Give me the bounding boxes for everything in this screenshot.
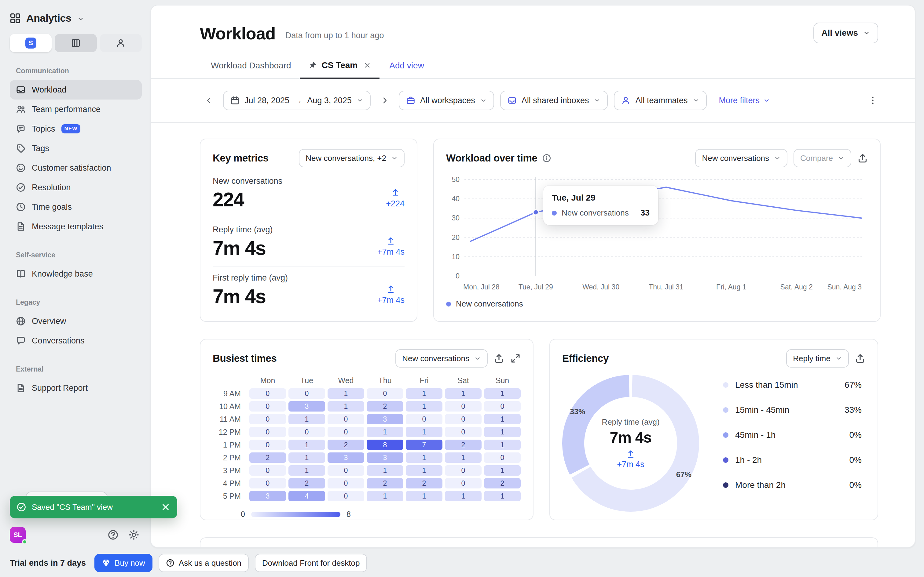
metric-new-conversations: New conversations224+224 — [213, 170, 405, 218]
sidebar-item-workload[interactable]: Workload — [10, 80, 142, 100]
shared-inboxes-filter-label: All shared inboxes — [522, 96, 589, 105]
download-desktop-label: Download Front for desktop — [262, 558, 360, 568]
expand-icon[interactable] — [510, 353, 521, 364]
analytics-grid-icon — [10, 13, 21, 24]
sidebar-item-support-report[interactable]: Support Report — [10, 378, 142, 398]
sidebar-item-overview[interactable]: Overview — [10, 311, 142, 331]
scope-company-button[interactable] — [55, 34, 97, 52]
heatmap-cell: 0 — [328, 414, 364, 424]
heatmap-cell: 2 — [288, 478, 325, 488]
scope-teammate-button[interactable] — [100, 34, 142, 52]
tab-cs-team[interactable]: CS Team — [300, 53, 380, 79]
export-icon[interactable] — [855, 353, 865, 364]
chevron-down-icon — [391, 155, 398, 161]
legend-dot — [723, 457, 729, 463]
heatmap-cell: 0 — [367, 388, 403, 399]
heatmap-cell: 1 — [484, 465, 521, 475]
chevron-down-icon — [357, 97, 363, 104]
heatmap-cell: 8 — [367, 440, 403, 450]
heatmap-day-header: Sat — [445, 375, 481, 386]
more-filters-link[interactable]: More filters — [719, 96, 770, 105]
svg-text:67%: 67% — [676, 470, 691, 479]
online-status-dot — [22, 539, 27, 545]
heatmap-cell: 0 — [288, 388, 325, 399]
date-prev-button[interactable] — [201, 92, 217, 108]
trial-countdown: Trial ends in 7 days — [10, 558, 86, 568]
heatmap-cell: 0 — [445, 401, 481, 411]
teammates-filter-label: All teammates — [635, 96, 688, 105]
info-icon[interactable] — [542, 153, 551, 163]
chart-metric-selector[interactable]: New conversations — [695, 149, 787, 167]
heatmap-cell: 0 — [249, 388, 286, 399]
add-view-link[interactable]: Add view — [389, 53, 424, 78]
kebab-icon — [868, 95, 877, 105]
file-icon — [16, 383, 26, 393]
sidebar-item-time-goals[interactable]: Time goals — [10, 197, 142, 217]
sidebar-item-label: Message templates — [32, 222, 103, 231]
legend-percentage: 33% — [845, 405, 862, 415]
key-metrics-selector[interactable]: New conversations, +2 — [299, 149, 405, 167]
sidebar-item-tags[interactable]: Tags — [10, 139, 142, 158]
sidebar-item-customer-satisfaction[interactable]: Customer satisfaction — [10, 158, 142, 178]
arrow-up-icon — [386, 236, 396, 245]
sidebar-item-label: Resolution — [32, 183, 71, 192]
svg-text:50: 50 — [452, 176, 460, 184]
toast-close-button[interactable] — [161, 502, 171, 512]
new-badge: NEW — [61, 124, 81, 134]
sidebar-item-message-templates[interactable]: Message templates — [10, 217, 142, 236]
donut-chart[interactable]: 67%33% — [559, 371, 703, 515]
settings-button[interactable] — [128, 529, 139, 540]
workspaces-filter[interactable]: All workspaces — [399, 91, 494, 110]
date-next-button[interactable] — [377, 92, 393, 108]
export-icon[interactable] — [494, 353, 504, 364]
sidebar-item-resolution[interactable]: Resolution — [10, 178, 142, 197]
tab-close-button[interactable] — [363, 62, 371, 69]
heatmap-cell: 1 — [484, 440, 521, 450]
compare-selector[interactable]: Compare — [793, 149, 851, 167]
heatmap-metric-selector[interactable]: New conversations — [396, 349, 488, 367]
heatmap-cell: 1 — [328, 401, 364, 411]
sidebar-item-team-performance[interactable]: Team performance — [10, 100, 142, 119]
line-chart[interactable]: 01020304050Mon, Jul 28Tue, Jul 29Wed, Ju… — [446, 172, 868, 297]
svg-text:Fri, Aug 1: Fri, Aug 1 — [716, 283, 746, 291]
chevron-down-icon — [480, 97, 487, 104]
sidebar-item-topics[interactable]: TopicsNEW — [10, 119, 142, 139]
heatmap-cell: 0 — [484, 453, 521, 463]
legend-percentage: 0% — [850, 455, 862, 465]
svg-text:Thu, Jul 31: Thu, Jul 31 — [649, 283, 683, 291]
all-views-button[interactable]: All views — [813, 23, 878, 44]
efficiency-metric-selector[interactable]: Reply time — [786, 349, 849, 367]
heatmap-cell: 1 — [328, 388, 364, 399]
sidebar-item-knowledge-base[interactable]: Knowledge base — [10, 264, 142, 284]
sidebar-item-label: Tags — [32, 144, 49, 153]
avatar[interactable]: SL — [10, 527, 26, 543]
busiest-times-heatmap[interactable]: MonTueWedThuFriSatSun9 AM001011110 AM031… — [213, 375, 521, 501]
help-button[interactable] — [108, 529, 119, 540]
teammates-filter[interactable]: All teammates — [614, 91, 706, 110]
workspace-switcher[interactable]: Analytics — [10, 12, 142, 24]
heatmap-cell: 1 — [484, 388, 521, 399]
sidebar-item-conversations[interactable]: Conversations — [10, 331, 142, 350]
buy-now-button[interactable]: Buy now — [94, 554, 152, 572]
date-range-picker[interactable]: Jul 28, 2025 → Aug 3, 2025 — [223, 91, 371, 110]
shared-inboxes-filter[interactable]: All shared inboxes — [500, 91, 608, 110]
heatmap-cell: 1 — [406, 465, 443, 475]
sidebar-item-label: Overview — [32, 317, 66, 326]
legend-dot — [723, 432, 729, 438]
metric-label: Reply time (avg) — [213, 225, 273, 234]
ask-question-button[interactable]: Ask us a question — [158, 554, 249, 572]
tab-workload-dashboard[interactable]: Workload Dashboard — [202, 53, 300, 78]
scope-workspace-button[interactable]: S — [10, 34, 52, 52]
metric-value: 7m 4s — [213, 286, 288, 307]
efficiency-legend-15min-45min: 15min - 45min33% — [723, 398, 862, 422]
export-icon[interactable] — [858, 153, 868, 163]
overflow-menu-button[interactable] — [864, 91, 882, 110]
heatmap-cell: 3 — [249, 491, 286, 501]
download-desktop-button[interactable]: Download Front for desktop — [255, 554, 367, 572]
svg-text:33%: 33% — [570, 408, 585, 416]
heatmap-cell: 3 — [328, 453, 364, 463]
busiest-times-card: Busiest times New conversations MonTueWe — [200, 339, 533, 520]
efficiency-card: Efficiency Reply time 67%33% — [549, 339, 878, 520]
heatmap-cell: 0 — [445, 427, 481, 437]
svg-text:Tue, Jul 29: Tue, Jul 29 — [519, 283, 553, 291]
